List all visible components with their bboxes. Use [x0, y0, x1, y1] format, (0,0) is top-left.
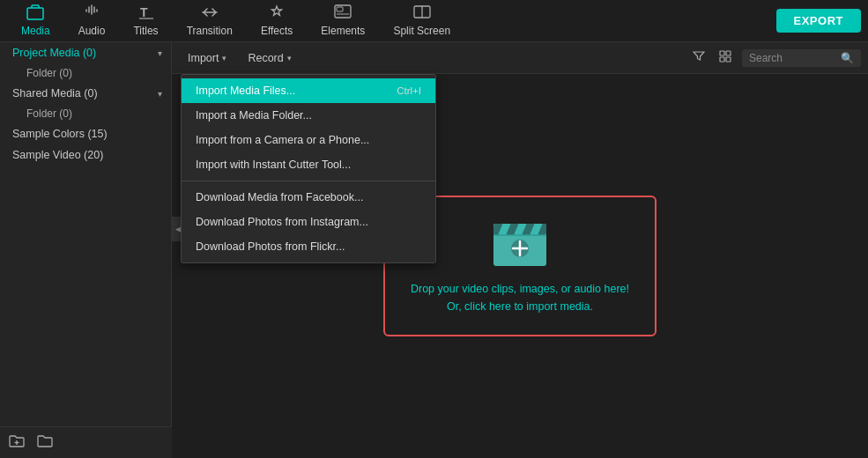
- toolbar-media-label: Media: [21, 25, 50, 37]
- toolbar-audio[interactable]: Audio: [64, 1, 120, 41]
- toolbar-titles[interactable]: T Titles: [119, 1, 172, 41]
- sidebar-item-folder[interactable]: Folder (0): [0, 63, 171, 83]
- toolbar-elements[interactable]: Elements: [307, 1, 379, 41]
- toolbar-elements-label: Elements: [321, 25, 365, 37]
- menu-item-import-folder[interactable]: Import a Media Folder...: [182, 103, 435, 128]
- toolbar-transition[interactable]: Transition: [173, 1, 247, 41]
- svg-rect-12: [720, 57, 724, 62]
- search-input[interactable]: [749, 52, 837, 64]
- toolbar-audio-label: Audio: [78, 25, 106, 37]
- grid-view-button[interactable]: [716, 47, 735, 69]
- effects-icon: [269, 4, 285, 23]
- import-arrow-icon: ▾: [222, 54, 226, 63]
- drop-zone-line2: Or, click here to import media.: [411, 298, 629, 315]
- import-dropdown-menu: Import Media Files... Ctrl+I Import a Me…: [181, 74, 436, 263]
- record-label: Record: [248, 52, 283, 64]
- add-folder-icon[interactable]: [9, 433, 25, 453]
- sidebar-bottom: [0, 426, 172, 458]
- clapperboard-icon: [490, 217, 550, 270]
- toolbar-right: 🔍: [689, 47, 861, 69]
- sidebar: Project Media (0) ▾ Folder (0) Shared Me…: [0, 42, 172, 458]
- search-box: 🔍: [742, 49, 861, 67]
- audio-icon: [84, 4, 100, 23]
- svg-rect-13: [726, 57, 731, 62]
- import-label: Import: [188, 52, 219, 64]
- drop-zone-line1: Drop your video clips, images, or audio …: [411, 280, 629, 298]
- expand-icon-2: ▾: [158, 89, 162, 99]
- sidebar-item-shared-folder[interactable]: Folder (0): [0, 104, 171, 123]
- svg-rect-4: [337, 7, 343, 11]
- menu-item-download-instagram[interactable]: Download Photos from Instagram...: [182, 210, 435, 234]
- toolbar-effects-label: Effects: [261, 25, 293, 37]
- sidebar-item-project-media[interactable]: Project Media (0) ▾: [0, 42, 171, 63]
- sidebar-item-sample-colors[interactable]: Sample Colors (15): [0, 123, 171, 144]
- shared-media-label: Shared Media (0): [12, 87, 98, 100]
- content-toolbar: Import ▾ Record ▾: [172, 42, 868, 74]
- toolbar-split-screen-label: Split Screen: [393, 25, 450, 37]
- record-dropdown-button[interactable]: Record ▾: [239, 48, 300, 68]
- sidebar-item-sample-video[interactable]: Sample Video (20): [0, 144, 171, 166]
- svg-rect-10: [720, 51, 724, 55]
- menu-item-download-facebook[interactable]: Download Media from Facebook...: [182, 185, 435, 210]
- menu-separator-1: [182, 181, 435, 181]
- new-folder-icon[interactable]: [37, 433, 53, 453]
- toolbar-titles-label: Titles: [133, 25, 158, 37]
- split-screen-icon: [413, 4, 431, 23]
- svg-rect-16: [493, 224, 546, 235]
- titles-icon: T: [138, 4, 154, 23]
- toolbar-split-screen[interactable]: Split Screen: [379, 1, 464, 41]
- import-dropdown-button[interactable]: Import ▾: [179, 48, 235, 68]
- svg-rect-0: [27, 8, 43, 19]
- filter-button[interactable]: [689, 47, 708, 69]
- menu-item-download-flickr[interactable]: Download Photos from Flickr...: [182, 234, 435, 259]
- search-icon: 🔍: [841, 52, 854, 64]
- elements-icon: [334, 4, 352, 23]
- svg-text:T: T: [140, 5, 148, 19]
- media-icon: [26, 4, 44, 23]
- menu-item-import-camera[interactable]: Import from a Camera or a Phone...: [182, 128, 435, 152]
- expand-icon: ▾: [158, 48, 162, 58]
- record-arrow-icon: ▾: [287, 54, 292, 63]
- project-media-label: Project Media (0): [12, 47, 96, 59]
- menu-item-import-instant[interactable]: Import with Instant Cutter Tool...: [182, 152, 435, 177]
- toolbar-transition-label: Transition: [187, 25, 233, 37]
- toolbar-media[interactable]: Media: [7, 1, 64, 41]
- sidebar-item-shared-media[interactable]: Shared Media (0) ▾: [0, 83, 171, 104]
- transition-icon: [201, 4, 219, 23]
- toolbar-effects[interactable]: Effects: [247, 1, 307, 41]
- top-toolbar: Media Audio T Titles Transition: [0, 0, 868, 42]
- export-button[interactable]: EXPORT: [776, 9, 861, 33]
- svg-rect-11: [726, 51, 731, 55]
- drop-zone-text: Drop your video clips, images, or audio …: [411, 280, 629, 315]
- menu-item-import-files[interactable]: Import Media Files... Ctrl+I: [182, 78, 435, 103]
